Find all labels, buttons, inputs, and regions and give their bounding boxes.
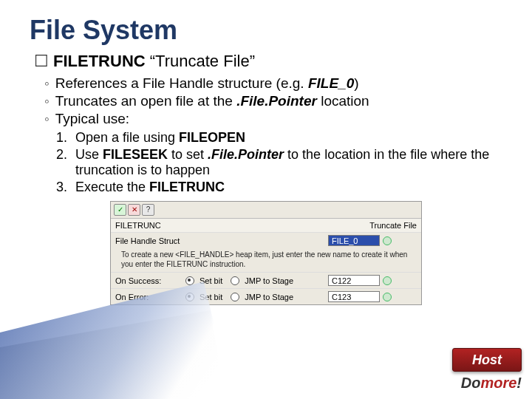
- step-bold: FILESEEK: [103, 147, 168, 162]
- radio-jmp-success[interactable]: [231, 276, 239, 285]
- tag-picker-icon[interactable]: [383, 276, 392, 285]
- bullet-list: ◦References a File Handle structure (e.g…: [44, 75, 502, 127]
- tag-picker-icon[interactable]: [383, 293, 392, 301]
- field-label: File Handle Struct: [115, 236, 185, 245]
- radio-jmp-success-label: JMP to Stage: [245, 276, 293, 285]
- step-pre: Use: [75, 147, 103, 162]
- bullet-text: Typical use:: [55, 111, 129, 126]
- on-success-options: Set bit JMP to Stage: [185, 276, 328, 285]
- accept-icon[interactable]: ✓: [114, 204, 126, 216]
- bullet-text-post: ): [354, 75, 358, 91]
- tag-picker-icon[interactable]: [383, 236, 392, 245]
- filetrunc-dialog: ✓ ✕ ? FILETRUNC Truncate File File Handl…: [110, 201, 422, 305]
- step-emph: .File.Pointer: [208, 147, 284, 162]
- logo-block: Host Domore!: [452, 348, 522, 392]
- step-item: Execute the FILETRUNC: [71, 180, 502, 195]
- step-pre: Execute the: [75, 180, 149, 194]
- step-bold: FILETRUNC: [149, 180, 225, 194]
- bullet-marker: ◦: [44, 93, 50, 109]
- on-error-target-input[interactable]: C123: [328, 291, 380, 302]
- dialog-title-right: Truncate File: [369, 221, 417, 230]
- bullet-checkbox: ☐: [34, 52, 49, 70]
- file-handle-input[interactable]: FILE_0: [328, 235, 380, 246]
- command-name: FILETRUNC: [53, 52, 146, 70]
- slide: File System ☐FILETRUNC “Truncate File” ◦…: [0, 0, 532, 399]
- step-item: Use FILESEEK to set .File.Pointer to the…: [71, 147, 502, 178]
- on-success-label: On Success:: [115, 276, 185, 285]
- bullet-marker: ◦: [44, 75, 50, 91]
- bullet-emph: .File.Pointer: [236, 93, 317, 109]
- radio-jmp-error[interactable]: [231, 293, 239, 301]
- host-engineering-logo: Host: [452, 348, 522, 372]
- bullet-item: ◦Truncates an open file at the .File.Poi…: [44, 93, 502, 109]
- domore-bang: !: [516, 375, 522, 391]
- dialog-header-row: FILETRUNC Truncate File: [111, 219, 421, 232]
- radio-jmp-error-label: JMP to Stage: [245, 293, 293, 301]
- bullet-text: Truncates an open file at the: [55, 93, 236, 109]
- on-success-row: On Success: Set bit JMP to Stage C122: [111, 272, 421, 288]
- step-bold: FILEOPEN: [179, 130, 245, 145]
- command-line: ☐FILETRUNC “Truncate File”: [34, 52, 502, 71]
- bullet-text: References a File Handle structure (e.g.: [55, 75, 308, 91]
- bullet-marker: ◦: [44, 111, 50, 126]
- on-success-target-input[interactable]: C122: [328, 275, 380, 286]
- command-quoted: “Truncate File”: [150, 52, 255, 70]
- field-row: File Handle Struct FILE_0: [111, 232, 421, 248]
- steps-list: Open a file using FILEOPEN Use FILESEEK …: [71, 130, 502, 195]
- step-mid: to set: [168, 147, 208, 162]
- bullet-item: ◦References a File Handle structure (e.g…: [44, 75, 502, 92]
- help-icon[interactable]: ?: [142, 204, 154, 216]
- bullet-emph: FILE_0: [308, 75, 354, 91]
- domore-logo: Domore!: [452, 375, 522, 392]
- step-item: Open a file using FILEOPEN: [71, 130, 502, 146]
- bullet-item: ◦Typical use:: [44, 111, 502, 127]
- domore-do: Do: [461, 375, 481, 391]
- dialog-title-left: FILETRUNC: [115, 221, 185, 230]
- bullet-text-post: location: [317, 93, 369, 109]
- domore-more: more: [480, 375, 516, 391]
- step-pre: Open a file using: [75, 130, 179, 145]
- dialog-toolbar: ✓ ✕ ?: [111, 202, 421, 219]
- cancel-icon[interactable]: ✕: [128, 204, 140, 216]
- page-title: File System: [30, 15, 502, 46]
- dialog-hint: To create a new <FILE_HANDLE> heap item,…: [111, 248, 421, 272]
